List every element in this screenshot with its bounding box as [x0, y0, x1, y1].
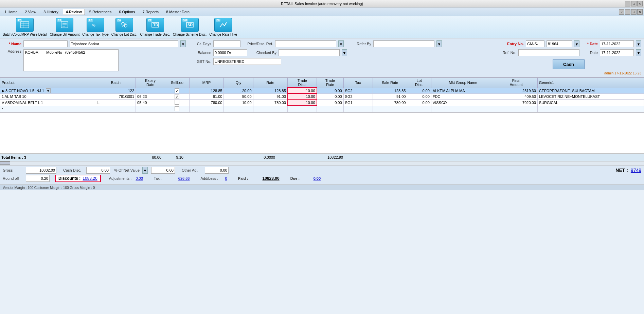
date2-input[interactable] — [600, 49, 634, 56]
add-less-value[interactable]: 0 — [225, 176, 227, 180]
paid-value: 10823.00 — [263, 176, 280, 181]
total-rate: 9.10 — [163, 155, 185, 159]
cell-qty: 20.00 — [224, 88, 253, 93]
toolbar-rate-hike[interactable]: F8 Change Rate Hike — [209, 18, 237, 37]
minimize-btn[interactable]: ─ — [625, 1, 630, 6]
total-qty: 80.00 — [144, 155, 163, 159]
menu-home[interactable]: 1.Home — [1, 9, 21, 15]
cell-product: 1 AL M TAB 10 — [0, 93, 96, 99]
total-items-label: Total Items : 3 — [1, 155, 62, 159]
checked-by-dropdown[interactable]: ▼ — [342, 49, 347, 56]
address-input[interactable]: KORBA MobileNo- 7894564562 — [23, 49, 119, 71]
cell-trade-rate: 0.00 — [317, 93, 343, 99]
total-final-amount: 10822.90 — [317, 155, 344, 159]
entry-num-input[interactable] — [547, 40, 572, 47]
col-expiry: ExpiryDate — [136, 78, 165, 88]
date-label: * Date — [584, 42, 598, 46]
menu-view[interactable]: 2.View — [22, 9, 39, 15]
lot-disc-label: Change Lot Disc. — [111, 33, 138, 37]
entry-no-label: Entry No. — [503, 42, 524, 46]
col-mrp: MRP — [189, 78, 224, 88]
menu-history[interactable]: 3.History — [40, 9, 61, 15]
maximize-btn[interactable]: □ — [631, 1, 637, 6]
total-lot-disc: 0.0000 — [261, 155, 276, 159]
menu-references[interactable]: 5.References — [86, 9, 114, 15]
percent-dropdown[interactable]: ▼ — [142, 167, 148, 174]
cell-tax: SG1 — [343, 99, 373, 106]
checked-by-input[interactable] — [279, 49, 340, 56]
toolbar-scheme-disc[interactable]: SM SD Change Scheme Disc. — [173, 18, 207, 37]
tax-type-icon: AF % — [87, 18, 104, 32]
tax-value[interactable]: 626.66 — [178, 176, 190, 180]
name-input-left[interactable] — [23, 40, 68, 47]
close-btn[interactable]: ✕ — [637, 1, 643, 6]
date2-dropdown[interactable]: ▼ — [636, 49, 641, 56]
name-value-input[interactable] — [70, 40, 178, 47]
window-controls[interactable]: ─ □ ✕ — [625, 1, 643, 6]
tb-max-btn[interactable]: □ — [631, 9, 637, 15]
cash-disc-input[interactable] — [86, 167, 110, 174]
entry-prefix-input[interactable] — [526, 40, 544, 47]
col-trade-rate: TradeRate — [317, 78, 343, 88]
help-btn[interactable]: ? — [619, 9, 624, 15]
cell-mkt-group: VISSCO — [431, 99, 495, 106]
entry-num-dropdown[interactable]: ▼ — [574, 40, 579, 47]
menu-options[interactable]: 6.Options — [116, 9, 138, 15]
adjustments-value[interactable]: 0.00 — [136, 176, 143, 180]
refer-by-label: Refer By — [353, 42, 371, 46]
ref-no-input[interactable] — [518, 49, 579, 56]
svg-text:%: % — [92, 23, 95, 27]
date-dropdown[interactable]: ▼ — [636, 40, 641, 47]
balance-input[interactable] — [213, 49, 247, 56]
toolbar-tax-type[interactable]: AF % Change Tax Type — [82, 18, 108, 37]
table-row[interactable]: V ABDOMINAL BELT L 1 L 05-40 780.00 10.0… — [0, 99, 644, 106]
other-adj-input[interactable] — [205, 167, 229, 174]
toolbar-batch[interactable]: F5 Batch/Color/MRP Wise Detail — [3, 18, 47, 37]
menu-bar: 1.Home 2.View 3.History 4.Review 5.Refer… — [0, 7, 644, 16]
product-dropdown-btn[interactable]: ▼ — [46, 88, 51, 93]
form-area: * Name ▼ Address KORBA MobileNo- 7894564… — [0, 38, 644, 77]
menu-review[interactable]: 4.Review — [63, 9, 85, 15]
cell-lot-disc: 0.00 — [407, 93, 431, 99]
cell-selloo: ✓ — [165, 88, 190, 93]
price-disc-input[interactable] — [275, 40, 336, 47]
bill-amount-icon: F3 — [56, 18, 73, 32]
cell-trade-disc: 10.00 — [288, 88, 317, 93]
due-value[interactable]: 0.00 — [314, 176, 321, 180]
trade-disc-icon: F7 TD — [146, 18, 164, 32]
refer-by-dropdown[interactable]: ▼ — [436, 40, 442, 47]
table-row[interactable]: 1 AL M TAB 10 781G001 06-23 ✓ 91.00 50.0… — [0, 93, 644, 99]
tb-min-btn[interactable]: ─ — [625, 9, 630, 15]
percent-input[interactable] — [151, 167, 175, 174]
menu-reports[interactable]: 7.Reports — [139, 9, 162, 15]
name-dropdown[interactable]: ▼ — [180, 40, 186, 47]
rate-hike-icon: F8 — [214, 18, 232, 32]
tb-close-btn[interactable]: ✕ — [637, 9, 643, 15]
cell-product: ▶ 3 CEF NOVO 1.5 INJ 1 ▼ — [0, 88, 96, 93]
refer-by-input[interactable] — [373, 40, 434, 47]
cr-days-input[interactable] — [213, 40, 240, 47]
cash-button[interactable]: Cash — [553, 59, 585, 69]
col-lot-disc: LotDisc. — [407, 78, 431, 88]
col-generic1: Generic1 — [537, 78, 644, 88]
balance-label: Balance — [193, 51, 211, 55]
net-value[interactable]: 9749 — [631, 168, 641, 173]
toolbar-bill-amount[interactable]: F3 Change Bill Amount — [50, 18, 79, 37]
batch-icon: F5 — [16, 18, 34, 32]
discounts-value[interactable]: 1083.20 — [83, 176, 97, 181]
table-row[interactable]: ▶ 3 CEF NOVO 1.5 INJ 1 ▼ 122 ✓ 128.85 20… — [0, 88, 644, 93]
horizontal-scrollbar[interactable] — [0, 161, 644, 165]
scroll-thumb[interactable] — [0, 161, 10, 165]
menu-master[interactable]: 8.Master Data — [163, 9, 193, 15]
gross-input[interactable] — [26, 167, 56, 174]
toolbar-lot-disc[interactable]: F6 Change Lot Disc. — [111, 18, 138, 37]
summary-row: Total Items : 3 80.00 9.10 0.0000 10822.… — [0, 154, 644, 161]
price-disc-dropdown[interactable]: ▼ — [338, 40, 344, 47]
date-input[interactable] — [600, 40, 634, 47]
col-final-amount: FinalAmount — [495, 78, 537, 88]
toolbar-trade-disc[interactable]: F7 TD Change Trade Disc. — [140, 18, 170, 37]
cell-batch: 781G001 — [96, 93, 136, 99]
cell-trade-disc: 10.00 — [288, 99, 317, 106]
round-off-input[interactable] — [26, 175, 50, 182]
gst-input[interactable] — [213, 58, 281, 65]
